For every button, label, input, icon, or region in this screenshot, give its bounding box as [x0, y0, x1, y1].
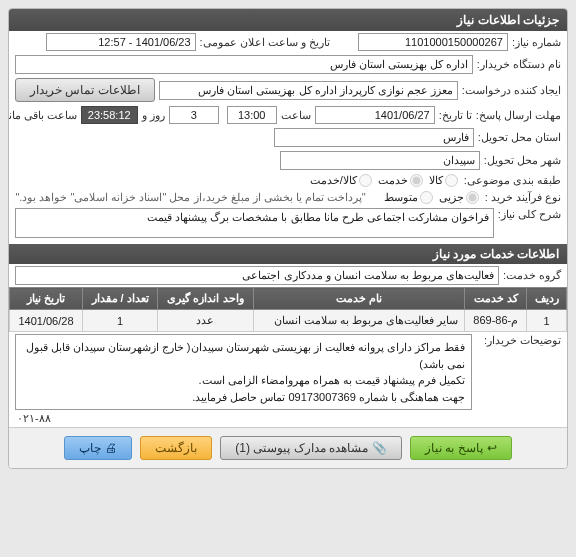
need-no-value: 1101000150000267 [358, 33, 508, 51]
footer-buttons: ↩ پاسخ به نیاز 📎 مشاهده مدارک پیوستی (1)… [9, 427, 567, 468]
buytype-motevaset-radio[interactable]: متوسط [384, 191, 435, 204]
th-name: نام خدمت [253, 288, 464, 310]
saat-label-1: ساعت [281, 109, 311, 122]
general-desc-value: فراخوان مشارکت اجتماعی طرح مانا مطابق با… [15, 208, 494, 238]
th-code: کد خدمت [465, 288, 527, 310]
group-label: گروه خدمت: [503, 269, 561, 282]
th-unit: واحد اندازه گیری [158, 288, 254, 310]
city-label: شهر محل تحویل: [484, 154, 561, 167]
back-button[interactable]: بازگشت [140, 436, 212, 460]
buytype-jozi-radio[interactable]: جزیی [439, 191, 481, 204]
print-icon: 🖨 [105, 441, 117, 455]
creator-value: معزز عجم نوازی کارپرداز اداره کل بهزیستی… [159, 81, 458, 100]
table-row: 1 م-86-869 سایر فعالیت‌های مربوط به سلام… [10, 310, 567, 332]
group-value: فعالیت‌های مربوط به سلامت انسان و مددکار… [15, 266, 499, 285]
buyer-note-line: فقط مراکز دارای پروانه فعالیت از بهزیستی… [22, 339, 465, 372]
buyer-note-line: جهت هماهنگی با شماره 09173007369 تماس حا… [22, 389, 465, 406]
province-value: فارس [274, 128, 474, 147]
general-desc-label: شرح کلی نیاز: [498, 208, 561, 221]
need-no-label: شماره نیاز: [512, 36, 561, 49]
reply-icon: ↩ [487, 441, 497, 455]
deadline-time: 13:00 [227, 106, 277, 124]
paperclip-icon: 📎 [372, 441, 387, 455]
td-row: 1 [527, 310, 567, 332]
remain-days: 3 [169, 106, 219, 124]
table-header-row: ردیف کد خدمت نام خدمت واحد اندازه گیری ت… [10, 288, 567, 310]
creator-label: ایجاد کننده درخواست: [462, 84, 561, 97]
th-row: ردیف [527, 288, 567, 310]
attachments-button[interactable]: 📎 مشاهده مدارک پیوستی (1) [220, 436, 402, 460]
rooz-va-label: روز و [142, 109, 165, 122]
remain-suffix: ساعت باقی مانده [8, 109, 77, 122]
buyer-note-line: تکمیل فرم پیشنهاد قیمت به همراه مهروامضا… [22, 372, 465, 389]
contact-btn-label: اطلاعات تماس خریدار [30, 83, 140, 97]
td-name: سایر فعالیت‌های مربوط به سلامت انسان [253, 310, 464, 332]
td-date: 1401/06/28 [10, 310, 83, 332]
reply-button[interactable]: ↩ پاسخ به نیاز [410, 436, 512, 460]
need-details-panel: جزئیات اطلاعات نیاز شماره نیاز: 11010001… [8, 8, 568, 469]
province-label: استان محل تحویل: [478, 131, 561, 144]
class-khadmat-radio[interactable]: خدمت [378, 174, 425, 187]
buytype-note: "پرداخت تمام یا بخشی از مبلغ خرید،از محل… [15, 191, 365, 204]
td-code: م-86-869 [465, 310, 527, 332]
buyer-notes-label: توضیحات خریدار: [476, 334, 561, 347]
announce-dt-value: 1401/06/23 - 12:57 [46, 33, 196, 51]
th-date: تاریخ نیاز [10, 288, 83, 310]
td-qty: 1 [83, 310, 158, 332]
remain-time: 23:58:12 [81, 106, 138, 124]
contact-info-button[interactable]: اطلاعات تماس خریدار [15, 78, 155, 102]
back-label: بازگشت [155, 441, 197, 455]
footer-phone: ۰۲۱-۸۸ [9, 412, 567, 427]
deadline-date: 1401/06/27 [315, 106, 435, 124]
reply-label: پاسخ به نیاز [425, 441, 483, 455]
attach-label: مشاهده مدارک پیوستی (1) [235, 441, 368, 455]
td-unit: عدد [158, 310, 254, 332]
class-label: طبقه بندی موضوعی: [464, 174, 561, 187]
announce-dt-label: تاریخ و ساعت اعلان عمومی: [200, 36, 330, 49]
buyer-label: نام دستگاه خریدار: [477, 58, 561, 71]
buytype-label: نوع فرآیند خرید : [485, 191, 561, 204]
class-kala-radio[interactable]: کالا [429, 174, 460, 187]
buyer-notes-box: فقط مراکز دارای پروانه فعالیت از بهزیستی… [15, 334, 472, 410]
deadline-label2: تا تاریخ: [439, 109, 472, 122]
class-both-radio[interactable]: کالا/خدمت [310, 174, 374, 187]
print-label: چاپ [79, 441, 101, 455]
print-button[interactable]: 🖨 چاپ [64, 436, 132, 460]
panel-title: جزئیات اطلاعات نیاز [9, 9, 567, 31]
services-section-title: اطلاعات خدمات مورد نیاز [9, 244, 567, 264]
city-value: سپیدان [280, 151, 480, 170]
th-qty: تعداد / مقدار [83, 288, 158, 310]
buyer-value: اداره کل بهزیستی استان فارس [15, 55, 473, 74]
deadline-label1: مهلت ارسال پاسخ: [476, 109, 561, 122]
services-table: ردیف کد خدمت نام خدمت واحد اندازه گیری ت… [9, 287, 567, 332]
